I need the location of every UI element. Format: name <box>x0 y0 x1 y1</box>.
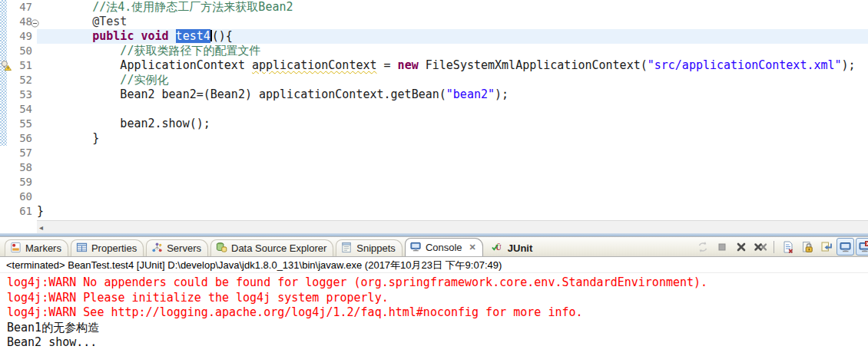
code-line[interactable]: 52//实例化 <box>0 73 868 87</box>
tab-data-source-explorer[interactable]: Data Source Explorer <box>210 239 333 256</box>
code-text[interactable] <box>37 102 868 117</box>
editor-horizontal-scrollbar[interactable]: ◂ <box>37 220 868 233</box>
code-line[interactable]: 60 <box>0 190 868 204</box>
code-line[interactable]: 48@Test <box>0 15 868 29</box>
code-line[interactable]: 49public void test4(){ <box>0 29 868 44</box>
code-text[interactable]: ApplicationContext applicationContext = … <box>37 58 868 73</box>
code-token: //实例化 <box>120 73 168 87</box>
line-number: 55 <box>7 117 37 131</box>
open-console-icon[interactable] <box>856 238 868 255</box>
range-indicator <box>0 44 7 58</box>
code-text[interactable]: //获取类路径下的配置文件 <box>37 44 868 58</box>
remove-all-terminated-icon[interactable] <box>751 238 769 255</box>
junit-icon: Ü <box>491 242 504 255</box>
view-tabs: MarkersPropertiesServersData Source Expl… <box>0 238 539 256</box>
code-line[interactable]: 50//获取类路径下的配置文件 <box>0 44 868 58</box>
code-text[interactable]: public void test4(){ <box>37 29 868 44</box>
line-number: 50 <box>7 44 37 58</box>
code-token: bean2.show(); <box>120 117 210 130</box>
code-text[interactable] <box>37 160 868 175</box>
code-text[interactable]: Bean2 bean2=(Bean2) applicationContext.g… <box>37 87 868 102</box>
java-code-editor[interactable]: 47//法4.使用静态工厂方法来获取Bean248@Test49public v… <box>0 0 868 233</box>
display-selected-console-icon[interactable] <box>837 238 854 255</box>
line-number: 53 <box>7 87 37 102</box>
tab-label: Properties <box>91 242 137 254</box>
code-text[interactable]: bean2.show(); <box>37 117 868 131</box>
clear-console-icon[interactable] <box>779 238 797 255</box>
properties-icon <box>76 242 88 255</box>
tab-markers[interactable]: Markers <box>5 239 68 256</box>
tab-label: Console <box>426 242 462 253</box>
scroll-lock-icon[interactable] <box>798 238 816 255</box>
editor-gutter[interactable]: 61 <box>0 204 37 219</box>
code-line[interactable]: 58 <box>0 160 868 175</box>
code-token: "bean2" <box>446 87 495 101</box>
code-text[interactable] <box>37 175 868 190</box>
snippets-icon <box>341 242 353 255</box>
code-line[interactable]: 59 <box>0 175 868 190</box>
code-text[interactable] <box>37 146 868 160</box>
code-text[interactable]: @Test <box>37 15 868 29</box>
editor-gutter[interactable]: 48 <box>0 15 37 29</box>
console-icon <box>410 241 422 255</box>
tab-servers[interactable]: Servers <box>146 239 208 256</box>
range-indicator <box>0 146 7 160</box>
console-output-line: log4j:WARN No appenders could be found f… <box>7 275 868 291</box>
code-line[interactable]: 51ApplicationContext applicationContext … <box>0 58 868 73</box>
tab-label: Servers <box>167 242 201 254</box>
code-line[interactable]: 55bean2.show(); <box>0 117 868 131</box>
editor-gutter[interactable]: 54 <box>0 102 37 117</box>
range-indicator <box>0 131 7 146</box>
range-indicator <box>0 190 7 204</box>
tab-properties[interactable]: Properties <box>71 239 144 256</box>
line-number: 54 <box>7 102 37 117</box>
tab-junit[interactable]: ÜJUnit <box>485 239 540 256</box>
range-indicator <box>0 87 7 102</box>
console-status-text: <terminated> BeanTest.test4 [JUnit] D:\d… <box>6 259 502 271</box>
range-indicator <box>0 73 7 87</box>
editor-gutter[interactable]: 55 <box>0 117 37 131</box>
console-panel: MarkersPropertiesServersData Source Expl… <box>0 236 868 351</box>
scroll-left-arrow-icon[interactable]: ◂ <box>37 223 43 232</box>
editor-gutter[interactable]: 60 <box>0 190 37 204</box>
line-number: 57 <box>7 146 37 160</box>
code-text[interactable]: } <box>37 131 868 146</box>
code-token: ); <box>842 58 856 72</box>
tab-console[interactable]: Console✕ <box>405 238 483 256</box>
console-output[interactable]: log4j:WARN No appenders could be found f… <box>0 273 868 351</box>
show-console-on-output-icon[interactable] <box>817 238 835 255</box>
console-output-line: Bean2 show... <box>7 335 868 351</box>
code-line[interactable]: 54 <box>0 102 868 117</box>
code-text[interactable] <box>37 190 868 204</box>
code-token: new <box>398 58 419 72</box>
code-token: FileSystemXmlApplicationContext( <box>419 58 648 72</box>
code-text[interactable]: //实例化 <box>37 73 868 87</box>
code-line[interactable]: 47//法4.使用静态工厂方法来获取Bean2 <box>0 0 868 15</box>
code-text[interactable]: } <box>37 204 868 219</box>
line-number: 56 <box>7 131 37 146</box>
close-icon[interactable]: ✕ <box>469 242 476 252</box>
tab-snippets[interactable]: Snippets <box>336 239 403 256</box>
editor-gutter[interactable]: 59 <box>0 175 37 190</box>
editor-gutter[interactable]: 58 <box>0 160 37 175</box>
editor-gutter[interactable]: 56 <box>0 131 37 146</box>
code-token: //法4.使用静态工厂方法来获取Bean2 <box>92 0 293 14</box>
editor-gutter[interactable]: 47 <box>0 0 37 15</box>
range-indicator <box>0 175 7 190</box>
code-line[interactable]: 61} <box>0 204 868 219</box>
editor-gutter[interactable]: 50 <box>0 44 37 58</box>
code-line[interactable]: 53Bean2 bean2=(Bean2) applicationContext… <box>0 87 868 102</box>
line-number: 59 <box>7 175 37 190</box>
code-token: //获取类路径下的配置文件 <box>120 44 260 58</box>
editor-gutter[interactable]: 52 <box>0 73 37 87</box>
editor-gutter[interactable]: 53 <box>0 87 37 102</box>
editor-gutter[interactable]: 51 <box>0 58 37 73</box>
editor-gutter[interactable]: 49 <box>0 29 37 44</box>
tab-label: Markers <box>25 242 61 254</box>
code-line[interactable]: 56} <box>0 131 868 146</box>
editor-gutter[interactable]: 57 <box>0 146 37 160</box>
code-text[interactable]: //法4.使用静态工厂方法来获取Bean2 <box>37 0 868 15</box>
remove-launch-icon[interactable] <box>732 238 750 255</box>
code-token: (){ <box>212 29 233 43</box>
code-line[interactable]: 57 <box>0 146 868 160</box>
